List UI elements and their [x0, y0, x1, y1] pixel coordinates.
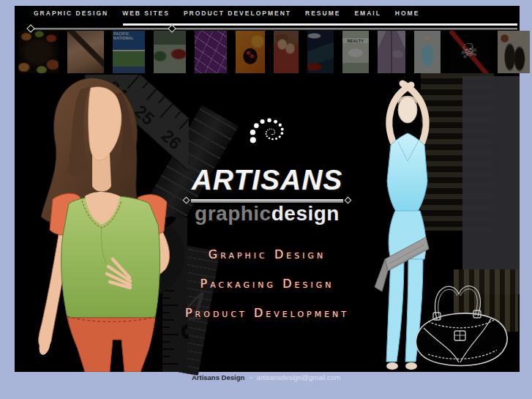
nav-item-product-development[interactable]: PRODUCT DEVELOPMENT [184, 10, 291, 17]
thumbnail-blue-halter[interactable] [414, 31, 441, 73]
nav-item-email[interactable]: EMAIL [354, 10, 381, 17]
thumbnail-girls-photo[interactable] [274, 31, 299, 73]
tape-rule-line [28, 28, 517, 30]
logo-block: ARTISANS graphicdesign [179, 108, 355, 223]
thumbnail-purple-figure[interactable] [195, 31, 227, 73]
thumbnail-farm-brochure[interactable] [154, 31, 186, 73]
thumbnail-skull-crossbones[interactable]: ☠ [449, 31, 489, 73]
brand-name: ARTISANS [179, 165, 355, 195]
thumbnail-pacific-national[interactable]: PACIFIC NATIONAL [113, 31, 145, 73]
footer-site-name: Artisans Design [192, 373, 244, 381]
service-product-development: Product Development [168, 307, 366, 319]
service-graphic-design: Graphic Design [168, 249, 366, 261]
handbag-sketch [406, 275, 522, 372]
nav-item-graphic-design[interactable]: GRAPHIC DESIGN [34, 10, 108, 17]
logo-divider-bar [191, 199, 343, 203]
main-stage: 4 24 25 26 27 [15, 73, 520, 372]
spiral-logo-dots [236, 108, 299, 157]
main-nav: GRAPHIC DESIGN WEB SITES PRODUCT DEVELOP… [34, 10, 419, 17]
footer: Artisans Design • artisansdesign@gmail.c… [0, 373, 532, 381]
thumbnail-text: PACIFIC NATIONAL [113, 32, 134, 40]
brand-subtitle: graphicdesign [179, 204, 355, 223]
orange-pants [67, 318, 155, 372]
portfolio-thumbnail-strip: PACIFIC NATIONAL REALTY ☠ [18, 31, 530, 73]
footer-separator: • [250, 373, 252, 381]
active-tab-underline [123, 23, 517, 26]
thumbnail-fruit-still-life[interactable] [18, 31, 59, 73]
site-canvas: GRAPHIC DESIGN WEB SITES PRODUCT DEVELOP… [15, 6, 520, 372]
woman-illustration: 24 25 26 27 3 [15, 75, 189, 372]
footer-email-link[interactable]: artisansdesign@gmail.com [257, 373, 340, 381]
nav-item-web-sites[interactable]: WEB SITES [122, 10, 170, 17]
diamond-icon [183, 196, 190, 204]
diamond-icon [345, 196, 352, 204]
skull-icon: ☠ [449, 36, 489, 67]
thumbnail-realty-card[interactable]: REALTY [342, 31, 369, 73]
thumbnail-navy-brochure[interactable] [307, 31, 334, 73]
thumbnail-orange-vase[interactable] [236, 31, 265, 73]
nav-item-resume[interactable]: RESUME [305, 10, 340, 17]
services-list: Graphic Design Packaging Design Product … [168, 249, 366, 337]
thumbnail-lavender-shirt[interactable] [378, 31, 405, 73]
thumbnail-text: REALTY [342, 39, 369, 43]
nav-item-home[interactable]: HOME [395, 10, 420, 17]
halter-top [387, 133, 427, 212]
pants-left-leg [386, 259, 404, 362]
dark-backdrop-panel [462, 76, 520, 294]
model-head [398, 97, 417, 123]
thumbnail-guitar-player[interactable] [67, 31, 104, 73]
thumbnail-knitwear-sketch[interactable] [498, 31, 530, 73]
service-packaging-design: Packaging Design [168, 278, 366, 290]
